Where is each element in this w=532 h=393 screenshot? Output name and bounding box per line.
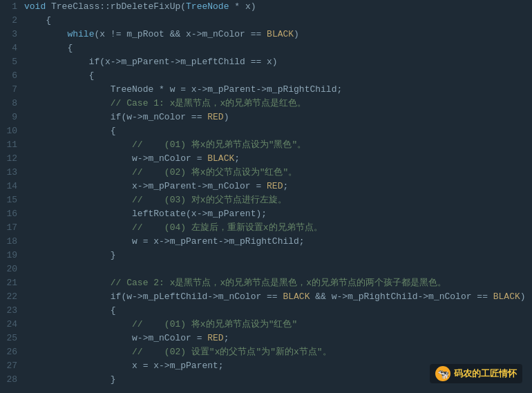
code-line: 25 w->m_nColor = RED; (0, 332, 532, 345)
line-number: 6 (0, 69, 24, 83)
line-number: 9 (0, 111, 24, 124)
line-content: // (01) 将x的兄弟节点设为"红色" (24, 318, 532, 332)
code-line: 12 w->m_nColor = BLACK; (0, 152, 532, 166)
line-content: if(w->m_pLeftChild->m_nColor == BLACK &&… (24, 290, 532, 304)
line-number: 8 (0, 97, 24, 111)
watermark-text: 码农的工匠情怀 (454, 367, 517, 380)
line-number: 1 (0, 0, 24, 14)
code-line: 4 { (0, 41, 532, 55)
line-number: 12 (0, 152, 24, 166)
line-number: 17 (0, 221, 24, 235)
code-line: 15 // (03) 对x的父节点进行左旋。 (0, 193, 532, 207)
line-number: 25 (0, 332, 24, 345)
watermark: 🐄码农的工匠情怀 (430, 364, 522, 383)
line-content: x->m_pParent->m_nColor = RED; (24, 180, 532, 193)
code-line: 1void TreeClass::rbDeleteFixUp(TreeNode … (0, 0, 532, 14)
code-line: 7 TreeNode * w = x->m_pParent->m_pRightC… (0, 83, 532, 97)
line-number: 20 (0, 262, 24, 276)
line-content: leftRotate(x->m_pParent); (24, 207, 532, 221)
line-content: // (04) 左旋后，重新设置x的兄弟节点。 (24, 221, 532, 235)
line-number: 18 (0, 235, 24, 249)
code-line: 5 if(x->m_pParent->m_pLeftChild == x) (0, 55, 532, 69)
line-content: { (24, 14, 532, 28)
line-content: { (24, 41, 532, 55)
line-number: 13 (0, 166, 24, 180)
line-content: // Case 2: x是黑节点，x的兄弟节点是黑色，x的兄弟节点的两个孩子都是… (24, 276, 532, 290)
code-line: 22 if(w->m_pLeftChild->m_nColor == BLACK… (0, 290, 532, 304)
code-line: 3 while(x != m_pRoot && x->m_nColor == B… (0, 28, 532, 41)
code-line: 23 { (0, 304, 532, 318)
line-number: 21 (0, 276, 24, 290)
line-content: { (24, 304, 532, 318)
line-content: TreeNode * w = x->m_pParent->m_pRightChi… (24, 83, 532, 97)
code-line: 24 // (01) 将x的兄弟节点设为"红色" (0, 318, 532, 332)
code-line: 26 // (02) 设置"x的父节点"为"新的x节点"。 (0, 345, 532, 359)
line-number: 16 (0, 207, 24, 221)
code-line: 6 { (0, 69, 532, 83)
code-line: 20 (0, 262, 532, 276)
code-line: 8 // Case 1: x是黑节点，x的兄弟节点是红色。 (0, 97, 532, 111)
line-content: if(x->m_pParent->m_pLeftChild == x) (24, 55, 532, 69)
line-content: w = x->m_pParent->m_pRightChild; (24, 235, 532, 249)
line-content: if(w->m_nColor == RED) (24, 111, 532, 124)
code-line: 9 if(w->m_nColor == RED) (0, 111, 532, 124)
line-number: 2 (0, 14, 24, 28)
code-line: 11 // (01) 将x的兄弟节点设为"黑色"。 (0, 138, 532, 152)
line-content: while(x != m_pRoot && x->m_nColor == BLA… (24, 28, 532, 41)
code-line: 2 { (0, 14, 532, 28)
line-number: 5 (0, 55, 24, 69)
code-editor: 1void TreeClass::rbDeleteFixUp(TreeNode … (0, 0, 532, 393)
line-number: 3 (0, 28, 24, 41)
line-content: // (02) 将x的父节点设为"红色"。 (24, 166, 532, 180)
code-line: 19 } (0, 249, 532, 262)
line-number: 19 (0, 249, 24, 262)
line-content: { (24, 69, 532, 83)
line-number: 26 (0, 345, 24, 359)
line-number: 23 (0, 304, 24, 318)
line-content: // Case 1: x是黑节点，x的兄弟节点是红色。 (24, 97, 532, 111)
line-content: // (03) 对x的父节点进行左旋。 (24, 193, 532, 207)
line-content: // (01) 将x的兄弟节点设为"黑色"。 (24, 138, 532, 152)
code-line: 17 // (04) 左旋后，重新设置x的兄弟节点。 (0, 221, 532, 235)
code-line: 21 // Case 2: x是黑节点，x的兄弟节点是黑色，x的兄弟节点的两个孩… (0, 276, 532, 290)
line-number: 11 (0, 138, 24, 152)
line-number: 24 (0, 318, 24, 332)
watermark-icon: 🐄 (435, 366, 450, 381)
line-number: 10 (0, 124, 24, 138)
line-number: 22 (0, 290, 24, 304)
line-content: w->m_nColor = RED; (24, 332, 532, 345)
line-number: 14 (0, 180, 24, 193)
code-line: 18 w = x->m_pParent->m_pRightChild; (0, 235, 532, 249)
line-content: { (24, 124, 532, 138)
line-content: // (02) 设置"x的父节点"为"新的x节点"。 (24, 345, 532, 359)
line-number: 4 (0, 41, 24, 55)
line-content: w->m_nColor = BLACK; (24, 152, 532, 166)
line-number: 28 (0, 373, 24, 387)
line-number: 27 (0, 359, 24, 373)
code-line: 14 x->m_pParent->m_nColor = RED; (0, 180, 532, 193)
line-content: void TreeClass::rbDeleteFixUp(TreeNode *… (24, 0, 532, 14)
code-line: 16 leftRotate(x->m_pParent); (0, 207, 532, 221)
code-line: 10 { (0, 124, 532, 138)
line-number: 15 (0, 193, 24, 207)
code-line: 13 // (02) 将x的父节点设为"红色"。 (0, 166, 532, 180)
line-content: } (24, 249, 532, 262)
line-number: 7 (0, 83, 24, 97)
